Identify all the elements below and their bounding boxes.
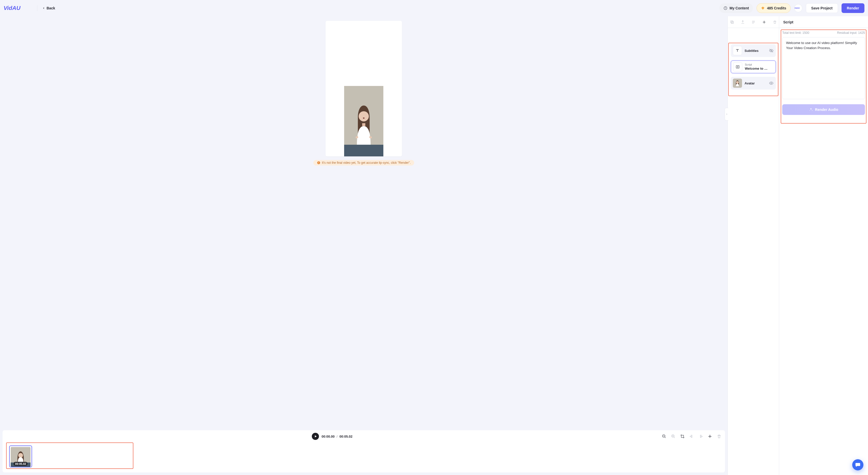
top-right-group: My Content 485 Credits VidAU Save Projec… [719, 3, 864, 13]
info-icon [317, 161, 320, 165]
timeline-track[interactable]: 00:05.02 [6, 442, 133, 469]
video-canvas[interactable] [326, 21, 402, 157]
crop-icon [680, 434, 685, 439]
total-limit-label: Total text limit: 1500 [782, 31, 809, 35]
trash-icon [773, 20, 777, 24]
svg-line-12 [664, 437, 665, 438]
delete-layer-button[interactable] [773, 20, 777, 25]
chat-icon [855, 462, 861, 468]
layer-item-avatar[interactable]: Avatar [731, 77, 776, 90]
timeline-panel: 00:00.00 / 00:05.02 [3, 430, 725, 472]
script-icon [733, 62, 742, 71]
script-small-label: Script [745, 63, 774, 66]
clock-icon [723, 6, 727, 10]
top-bar: VidAU Back My Content 485 Credits VidAU [0, 0, 868, 16]
eye-off-icon [769, 48, 774, 53]
credits-pill[interactable]: 485 Credits [756, 3, 790, 13]
zoom-out-icon [662, 434, 666, 439]
split-left-button[interactable] [689, 434, 694, 439]
logo[interactable]: VidAU [4, 5, 32, 12]
script-panel: Script Total text limit: 1500 Residual i… [779, 16, 868, 475]
render-button[interactable]: Render [841, 3, 864, 13]
eye-icon [769, 80, 774, 86]
top-bar-divider [37, 5, 37, 11]
render-audio-label: Render Audio [815, 108, 838, 112]
play-button[interactable] [312, 433, 319, 440]
subtitles-label: Subtitles [745, 49, 766, 53]
playback-time: 00:00.00 / 00:05.02 [321, 435, 352, 438]
script-header-label: Script [783, 20, 794, 24]
residual-input-label: Residual input: 1425 [837, 31, 865, 35]
playback-group: 00:00.00 / 00:05.02 [312, 433, 352, 440]
script-header: Script [779, 16, 868, 28]
upload-icon [741, 20, 745, 24]
plus-icon [708, 434, 712, 439]
delete-clip-button[interactable] [717, 434, 721, 439]
svg-rect-24 [736, 66, 739, 68]
current-time: 00:00.00 [321, 435, 335, 438]
svg-point-19 [18, 453, 23, 458]
save-project-button[interactable]: Save Project [806, 3, 838, 13]
chat-support-button[interactable] [852, 459, 863, 470]
text-overlay-button[interactable] [751, 20, 756, 25]
collapse-layers-button[interactable] [725, 108, 728, 121]
overlay-icon [751, 20, 755, 24]
brand-badge[interactable]: VidAU [794, 4, 802, 12]
my-content-button[interactable]: My Content [719, 3, 753, 13]
toggle-visibility-avatar[interactable] [769, 80, 774, 86]
render-hint-banner: It's not the final video yet, To get acc… [313, 160, 414, 166]
split-left-icon [689, 434, 694, 439]
save-project-label: Save Project [811, 6, 833, 10]
toggle-visibility-subtitles[interactable] [769, 48, 774, 53]
split-right-icon [699, 434, 703, 439]
script-textarea[interactable] [782, 37, 865, 99]
layers-list: Subtitles Script Welcome to u… [728, 28, 779, 93]
sparkle-icon [809, 108, 813, 112]
layer-item-subtitles[interactable]: Subtitles [731, 44, 776, 57]
zoom-out-button[interactable] [662, 434, 666, 439]
upload-layer-button[interactable] [741, 20, 745, 25]
svg-rect-8 [318, 162, 319, 163]
timeline-tools [662, 434, 721, 439]
chevron-right-icon [726, 112, 728, 116]
avatar-thumb [733, 78, 742, 88]
svg-point-6 [363, 117, 365, 119]
trash-icon [717, 434, 721, 439]
svg-point-5 [359, 111, 369, 121]
split-right-button[interactable] [699, 434, 703, 439]
zoom-in-button[interactable] [671, 434, 676, 439]
back-button-label: Back [46, 6, 55, 10]
copy-layer-button[interactable] [730, 20, 734, 25]
text-icon [733, 46, 742, 55]
back-button[interactable]: Back [42, 6, 55, 10]
svg-rect-4 [344, 145, 383, 157]
render-hint-text: It's not the final video yet, To get acc… [322, 161, 411, 165]
credits-text: 485 Credits [767, 6, 786, 10]
timeline-controls: 00:00.00 / 00:05.02 [6, 433, 721, 440]
layer-item-script[interactable]: Script Welcome to u… [731, 61, 776, 73]
svg-text:VidAU: VidAU [795, 7, 800, 9]
render-audio-button[interactable]: Render Audio [782, 104, 865, 115]
layers-panel: Subtitles Script Welcome to u… [727, 16, 779, 475]
script-limits: Total text limit: 1500 Residual input: 1… [782, 31, 865, 35]
clip-duration: 00:05.02 [13, 462, 28, 466]
svg-rect-21 [731, 21, 733, 23]
play-icon [314, 435, 317, 438]
editor-area: It's not the final video yet, To get acc… [0, 16, 727, 475]
svg-rect-20 [731, 21, 733, 23]
add-layer-button[interactable] [762, 20, 767, 25]
copy-icon [730, 20, 734, 24]
my-content-label: My Content [730, 6, 749, 10]
layer-item-script-text: Script Welcome to u… [745, 63, 774, 70]
clip-thumbnail[interactable]: 00:05.02 [9, 445, 32, 467]
canvas-wrap: It's not the final video yet, To get acc… [3, 16, 725, 429]
svg-point-27 [771, 82, 772, 84]
plus-icon [762, 20, 766, 24]
crop-button[interactable] [680, 434, 685, 439]
add-clip-button[interactable] [708, 434, 712, 439]
svg-point-26 [736, 81, 739, 84]
chevron-left-icon [42, 7, 45, 9]
diamond-icon [761, 6, 765, 10]
render-button-label: Render [847, 6, 859, 10]
svg-text:VidAU: VidAU [4, 5, 21, 11]
